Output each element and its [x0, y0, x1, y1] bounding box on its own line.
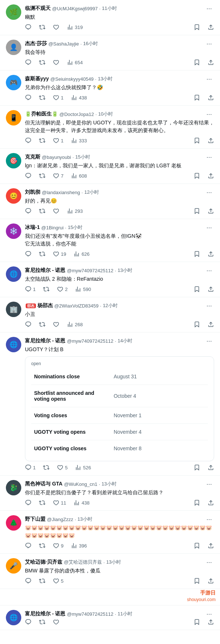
- retweet-button[interactable]: [39, 251, 45, 257]
- like-button[interactable]: [53, 59, 59, 66]
- reply-button[interactable]: [25, 94, 32, 101]
- bookmark-button[interactable]: [194, 499, 200, 506]
- retweet-button[interactable]: [39, 24, 45, 30]
- retweet-button[interactable]: [39, 619, 45, 625]
- display-name[interactable]: 邵杰 杨邵杰: [25, 302, 53, 309]
- display-name[interactable]: 富尼拉维尔 - 诺恩: [25, 338, 65, 344]
- retweet-button[interactable]: [39, 94, 45, 101]
- share-button[interactable]: [208, 542, 214, 549]
- avatar[interactable]: 🌐: [6, 266, 21, 282]
- retweet-button[interactable]: [39, 137, 45, 144]
- share-button[interactable]: [208, 137, 214, 144]
- avatar[interactable]: 😊: [6, 188, 21, 204]
- more-options-button[interactable]: ···: [204, 153, 214, 161]
- more-options-button[interactable]: ···: [204, 266, 214, 274]
- more-options-button[interactable]: ···: [204, 337, 214, 345]
- bookmark-button[interactable]: [194, 578, 200, 584]
- like-button[interactable]: 1: [53, 94, 63, 101]
- like-button[interactable]: [53, 208, 59, 214]
- username[interactable]: @SashaJayjie: [48, 41, 79, 47]
- retweet-button[interactable]: [39, 578, 45, 584]
- reply-button[interactable]: [25, 137, 32, 144]
- username[interactable]: @JiangZzzz: [47, 517, 73, 522]
- avatar[interactable]: 🎤: [6, 558, 21, 574]
- like-button[interactable]: 11: [53, 499, 66, 506]
- share-button[interactable]: [208, 24, 214, 30]
- like-button[interactable]: 5: [57, 464, 67, 471]
- share-button[interactable]: [208, 286, 214, 292]
- bookmark-button[interactable]: [194, 464, 200, 471]
- reply-button[interactable]: [25, 24, 32, 30]
- like-button[interactable]: 7: [53, 172, 63, 179]
- display-name[interactable]: 黑色神话与 GTA: [25, 481, 62, 487]
- reply-button[interactable]: [25, 172, 32, 179]
- avatar[interactable]: 🌐: [6, 337, 21, 352]
- like-button[interactable]: 2: [57, 286, 67, 292]
- bookmark-button[interactable]: [194, 137, 200, 144]
- username[interactable]: @1Bingrui: [41, 225, 63, 230]
- retweet-button[interactable]: [43, 286, 50, 292]
- more-options-button[interactable]: ···: [204, 75, 214, 83]
- username[interactable]: @UcMJ4Kgswj69997: [52, 6, 98, 11]
- reply-button[interactable]: 1: [25, 286, 36, 292]
- bookmark-button[interactable]: [194, 321, 200, 328]
- display-name[interactable]: 冰瑞-1: [25, 224, 40, 231]
- bookmark-button[interactable]: [194, 542, 200, 549]
- display-name[interactable]: 临渊不观天: [25, 5, 51, 12]
- retweet-button[interactable]: [39, 321, 45, 328]
- avatar[interactable]: 🌿: [6, 4, 21, 20]
- reply-button[interactable]: [25, 208, 32, 214]
- reply-button[interactable]: [25, 59, 32, 66]
- display-name[interactable]: 刘凯彻: [25, 189, 40, 196]
- more-options-button[interactable]: ···: [204, 223, 214, 232]
- reply-button[interactable]: 1: [25, 464, 36, 471]
- display-name[interactable]: 杰杰·莎莎: [25, 40, 47, 47]
- bookmark-button[interactable]: [194, 208, 200, 214]
- retweet-button[interactable]: [39, 542, 45, 549]
- like-button[interactable]: 1: [53, 137, 63, 144]
- share-button[interactable]: [208, 499, 214, 506]
- username[interactable]: @WuKong_cn1: [64, 481, 97, 487]
- username[interactable]: @Seiuinskyyy40549: [50, 76, 94, 82]
- more-options-button[interactable]: ···: [204, 188, 214, 196]
- retweet-button[interactable]: [39, 172, 45, 179]
- like-button[interactable]: 9: [53, 542, 63, 549]
- reply-button[interactable]: [25, 251, 32, 257]
- username[interactable]: @DoctorJopa12: [59, 112, 94, 117]
- more-options-button[interactable]: ···: [204, 110, 214, 118]
- reply-button[interactable]: [25, 619, 32, 625]
- display-name[interactable]: 森斯基yyy: [25, 76, 49, 82]
- display-name[interactable]: 野下山盟: [25, 516, 45, 523]
- display-name[interactable]: 艾哈迈德·贝齐兹: [25, 559, 62, 565]
- avatar[interactable]: 🎮: [6, 75, 21, 90]
- share-button[interactable]: [208, 619, 214, 625]
- share-button[interactable]: [208, 172, 214, 179]
- bookmark-button[interactable]: [194, 59, 200, 66]
- like-button[interactable]: [53, 321, 59, 328]
- bookmark-button[interactable]: [194, 251, 200, 257]
- retweet-button[interactable]: [39, 499, 45, 506]
- display-name[interactable]: 富尼拉维尔 - 诺恩: [25, 267, 65, 274]
- username[interactable]: @myw740972425112: [67, 268, 113, 273]
- share-button[interactable]: [208, 59, 214, 66]
- bookmark-button[interactable]: [194, 94, 200, 101]
- avatar[interactable]: ❄️: [6, 223, 21, 239]
- share-button[interactable]: [208, 321, 214, 328]
- share-button[interactable]: [208, 464, 214, 471]
- like-button[interactable]: 5: [53, 578, 63, 584]
- display-name[interactable]: 克克斯: [25, 154, 40, 160]
- bookmark-button[interactable]: [194, 172, 200, 179]
- avatar[interactable]: 👤: [6, 40, 21, 55]
- reply-button[interactable]: [25, 578, 32, 584]
- reply-button[interactable]: [25, 321, 32, 328]
- more-options-button[interactable]: ···: [204, 40, 214, 48]
- share-button[interactable]: [208, 578, 214, 584]
- share-button[interactable]: [208, 251, 214, 257]
- more-options-button[interactable]: ···: [204, 558, 214, 566]
- more-options-button[interactable]: ···: [204, 480, 214, 488]
- reply-button[interactable]: [25, 542, 32, 549]
- username[interactable]: @艾哈迈德贝齐兹: [64, 559, 102, 565]
- retweet-button[interactable]: [43, 464, 50, 471]
- username[interactable]: @landaxiansheng: [42, 190, 80, 195]
- username[interactable]: @bayunyoubi: [42, 154, 71, 160]
